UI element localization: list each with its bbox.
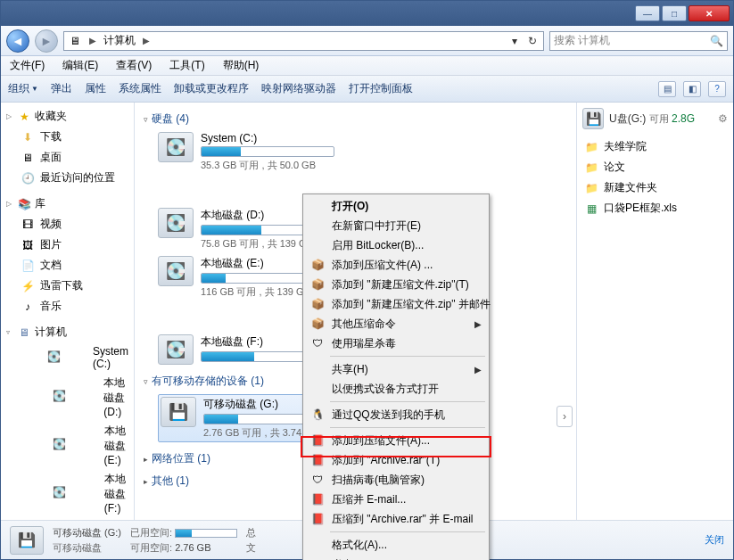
cmd-properties[interactable]: 属性 bbox=[85, 81, 106, 96]
breadcrumb-chevron-icon: ▶ bbox=[139, 36, 153, 45]
address-bar[interactable]: 🖥 ▶ 计算机 ▶ ▾ ↻ bbox=[63, 31, 544, 51]
nav-documents[interactable]: 📄文档 bbox=[1, 255, 134, 276]
submenu-arrow-icon: ▶ bbox=[474, 319, 482, 329]
drive-icon: 💽 bbox=[158, 334, 194, 365]
nav-drive-e[interactable]: 💽本地磁盘 (E:) bbox=[1, 421, 134, 469]
help-icon[interactable]: ? bbox=[708, 81, 726, 97]
capacity-bar bbox=[201, 146, 334, 157]
menu-bar: 文件(F) 编辑(E) 查看(V) 工具(T) 帮助(H) bbox=[1, 56, 733, 76]
cmd-eject[interactable]: 弹出 bbox=[51, 81, 72, 96]
preview-item[interactable]: 📁论文 bbox=[582, 157, 728, 177]
usb-drive-icon: 💾 bbox=[10, 526, 44, 555]
context-menu-item[interactable]: 🛡使用瑞星杀毒 bbox=[305, 334, 487, 353]
drive-icon: 💽 bbox=[158, 208, 194, 238]
folder-icon: 📁 bbox=[584, 161, 598, 175]
menu-edit[interactable]: 编辑(E) bbox=[57, 56, 103, 75]
qq-icon: 🐧 bbox=[310, 408, 325, 422]
folder-icon: 📁 bbox=[584, 181, 598, 195]
context-menu-item[interactable]: 以便携式设备方式打开 bbox=[305, 379, 487, 399]
minimize-button[interactable]: — bbox=[635, 5, 660, 21]
scroll-right-icon[interactable]: › bbox=[557, 406, 573, 427]
nav-computer-header[interactable]: ▿🖥计算机 bbox=[1, 322, 134, 342]
rar2-icon: 📕 bbox=[310, 453, 325, 467]
menu-help[interactable]: 帮助(H) bbox=[218, 56, 265, 75]
context-menu-item[interactable]: 🛡扫描病毒(电脑管家) bbox=[305, 470, 487, 490]
nav-videos[interactable]: 🎞视频 bbox=[1, 214, 134, 235]
status-subtitle: 可移动磁盘 bbox=[53, 541, 121, 555]
nav-pictures[interactable]: 🖼图片 bbox=[1, 235, 134, 255]
recent-icon: 🕘 bbox=[21, 171, 35, 185]
nav-bar: ◄ ► 🖥 ▶ 计算机 ▶ ▾ ↻ 搜索 计算机 🔍 bbox=[1, 26, 733, 56]
context-menu-item[interactable]: 📕压缩并 E-mail... bbox=[305, 490, 487, 509]
context-menu-item[interactable]: 📕添加到压缩文件(A)... bbox=[305, 431, 487, 450]
forward-button[interactable]: ► bbox=[35, 29, 58, 53]
nav-drive-d[interactable]: 💽本地磁盘 (D:) bbox=[1, 373, 134, 421]
context-menu-item[interactable]: 📦添加到 "新建压缩文件.zip" 并邮件 bbox=[305, 294, 487, 314]
star-icon: ★ bbox=[17, 110, 31, 124]
context-menu-item[interactable]: 共享(H)▶ bbox=[305, 359, 487, 379]
context-menu-item[interactable]: 在新窗口中打开(E) bbox=[305, 216, 487, 235]
address-dropdown-icon[interactable]: ▾ bbox=[507, 35, 522, 47]
context-menu-item[interactable]: 📦其他压缩命令▶ bbox=[305, 314, 487, 334]
nav-thunder[interactable]: ⚡迅雷下载 bbox=[1, 276, 134, 296]
rar2-icon: 📕 bbox=[310, 433, 325, 448]
preview-item[interactable]: ▦口袋PE框架.xls bbox=[582, 198, 728, 218]
cmd-control-panel[interactable]: 打开控制面板 bbox=[349, 81, 413, 96]
usb-drive-icon: 💾 bbox=[161, 397, 196, 427]
cmd-uninstall[interactable]: 卸载或更改程序 bbox=[174, 81, 249, 96]
computer-icon: 🖥 bbox=[68, 34, 82, 48]
nav-libraries-header[interactable]: ▷📚库 bbox=[1, 194, 134, 214]
command-bar: 组织▼ 弹出 属性 系统属性 卸载或更改程序 映射网络驱动器 打开控制面板 ▤ … bbox=[1, 76, 733, 103]
download-icon: ⬇ bbox=[21, 130, 35, 144]
nav-desktop[interactable]: 🖥桌面 bbox=[1, 147, 134, 168]
nav-drive-c[interactable]: 💽System (C:) bbox=[1, 342, 134, 373]
cmd-system-properties[interactable]: 系统属性 bbox=[119, 81, 161, 96]
breadcrumb-root[interactable]: 计算机 bbox=[103, 33, 136, 48]
preview-item[interactable]: 📁新建文件夹 bbox=[582, 177, 728, 198]
status-close[interactable]: 关闭 bbox=[705, 533, 724, 547]
menu-tools[interactable]: 工具(T) bbox=[164, 56, 210, 75]
nav-recent[interactable]: 🕘最近访问的位置 bbox=[1, 168, 134, 188]
status-title: 可移动磁盘 (G:) bbox=[53, 526, 121, 539]
search-input[interactable]: 搜索 计算机 🔍 bbox=[549, 31, 728, 51]
context-menu-item[interactable]: 格式化(A)... bbox=[305, 535, 487, 555]
context-menu-item[interactable]: 弹出(J) bbox=[305, 555, 487, 560]
cmd-organize[interactable]: 组织▼ bbox=[8, 81, 38, 96]
context-menu-item[interactable]: 🐧通过QQ发送到我的手机 bbox=[305, 405, 487, 424]
capacity-text: 35.3 GB 可用 , 共 50.0 GB bbox=[201, 159, 334, 172]
refresh-icon[interactable]: ↻ bbox=[525, 35, 540, 47]
context-menu-item[interactable]: 📕添加到 "Archive.rar"(T) bbox=[305, 450, 487, 470]
nav-drive-f[interactable]: 💽本地磁盘 (F:) bbox=[1, 469, 134, 517]
title-bar: — □ ✕ bbox=[1, 1, 733, 26]
folder-icon: 📁 bbox=[584, 140, 598, 154]
video-icon: 🎞 bbox=[21, 218, 35, 232]
cmd-map-drive[interactable]: 映射网络驱动器 bbox=[261, 81, 336, 96]
usb-icon: 💾 bbox=[582, 108, 604, 129]
context-menu-item[interactable]: 📦添加到压缩文件(A) ... bbox=[305, 255, 487, 275]
section-hdd[interactable]: ▿硬盘 (4) bbox=[144, 108, 567, 130]
back-button[interactable]: ◄ bbox=[6, 29, 29, 53]
rar-icon: 📦 bbox=[310, 297, 325, 311]
maximize-button[interactable]: □ bbox=[662, 5, 687, 21]
context-menu-item[interactable]: 打开(O) bbox=[305, 196, 487, 216]
close-button[interactable]: ✕ bbox=[689, 5, 730, 21]
rar2-icon: 📕 bbox=[310, 512, 325, 526]
nav-favorites-header[interactable]: ▷★收藏夹 bbox=[1, 106, 134, 127]
drive-icon: 💽 bbox=[21, 486, 99, 500]
menu-view[interactable]: 查看(V) bbox=[111, 56, 157, 75]
menu-file[interactable]: 文件(F) bbox=[4, 56, 50, 75]
preview-item[interactable]: 📁夫维学院 bbox=[582, 136, 728, 157]
computer-icon: 🖥 bbox=[17, 325, 31, 340]
context-menu-item[interactable]: 📦添加到 "新建压缩文件.zip"(T) bbox=[305, 275, 487, 294]
context-menu-item[interactable]: 启用 BitLocker(B)... bbox=[305, 235, 487, 255]
nav-downloads[interactable]: ⬇下载 bbox=[1, 127, 134, 147]
drive-c[interactable]: 💽 System (C:) 35.3 GB 可用 , 共 50.0 GB bbox=[158, 132, 359, 172]
view-mode-icon[interactable]: ▤ bbox=[658, 81, 676, 97]
preview-pane-icon[interactable]: ◧ bbox=[683, 81, 701, 97]
nav-music[interactable]: ♪音乐 bbox=[1, 296, 134, 317]
cmd-right: ▤ ◧ ? bbox=[658, 81, 726, 97]
gear-icon[interactable]: ⚙ bbox=[718, 112, 728, 125]
context-menu-item[interactable]: 📕压缩到 "Archive.rar" 并 E-mail bbox=[305, 509, 487, 529]
drive-icon: 💽 bbox=[21, 438, 99, 452]
drive-label: System (C:) bbox=[201, 132, 334, 144]
